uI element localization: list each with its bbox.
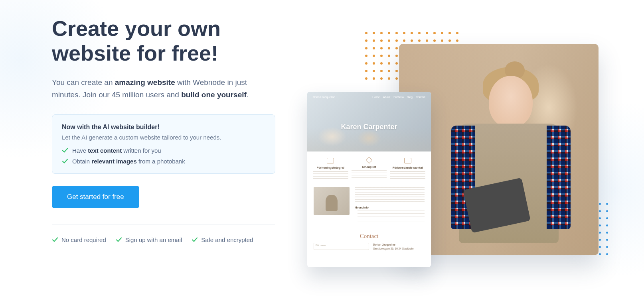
check-icon <box>116 236 122 243</box>
book-icon <box>327 158 334 163</box>
book-icon <box>404 158 411 163</box>
preview-input: Ditt namn <box>314 243 369 250</box>
preview-hero-title: Karen Carpenter <box>307 102 431 151</box>
trust-item: Safe and encrypted <box>192 236 253 243</box>
subhead-bold: amazing website <box>115 78 175 87</box>
hero-section: Create your own website for free! You ca… <box>0 0 644 263</box>
ai-callout-title: Now with the AI website builder! <box>62 124 265 131</box>
subhead-bold: build one yourself <box>181 90 247 99</box>
preview-contact-info: Dorian Jacqueline Sandtorvsgate 26, 10 2… <box>373 243 425 251</box>
ai-feature-item: Have text content written for you <box>62 147 265 154</box>
preview-contact-form: Ditt namn Dorian Jacqueline Sandtorvsgat… <box>307 243 431 256</box>
divider <box>52 224 275 224</box>
check-icon <box>192 236 198 243</box>
diamond-icon <box>366 157 373 164</box>
trust-label: No card required <box>61 236 106 243</box>
page-subheadline: You can create an amazing website with W… <box>52 77 275 101</box>
trust-item: Sign up with an email <box>116 236 182 243</box>
ai-feature-text: Have text content written for you <box>72 147 161 154</box>
ai-builder-callout: Now with the AI website builder! Let the… <box>52 114 275 174</box>
trust-badges: No card required Sign up with an email S… <box>52 236 275 243</box>
person-illustration <box>443 64 571 255</box>
preview-feature-item: Drulapket <box>350 158 389 180</box>
hero-content: Create your own website for free! You ca… <box>52 16 275 263</box>
preview-feature-item: Förhoningsfotograf <box>311 158 350 180</box>
subhead-text: . <box>247 90 249 99</box>
check-icon <box>52 236 58 243</box>
preview-body-image <box>314 187 350 215</box>
get-started-button[interactable]: Get started for free <box>52 186 139 208</box>
trust-label: Sign up with an email <box>125 236 182 243</box>
trust-item: No card required <box>52 236 106 243</box>
preview-features: Förhoningsfotograf Drulapket Förberedand… <box>307 151 431 184</box>
ai-feature-item: Obtain relevant images from a photobank <box>62 158 265 165</box>
trust-label: Safe and encrypted <box>201 236 253 243</box>
preview-nav-items: Home About Portfolio Blog Contact <box>372 96 425 98</box>
hero-visual: Dorian Jacqueline Home About Portfolio B… <box>299 16 592 263</box>
preview-feature-item: Förberedande samtal <box>388 158 427 180</box>
preview-brand: Dorian Jacqueline <box>313 96 335 98</box>
ai-feature-text: Obtain relevant images from a photobank <box>72 158 185 165</box>
check-icon <box>62 147 68 153</box>
preview-contact-heading: Contact <box>307 229 431 243</box>
check-icon <box>62 158 68 164</box>
website-template-preview: Dorian Jacqueline Home About Portfolio B… <box>307 92 431 267</box>
preview-hero: Dorian Jacqueline Home About Portfolio B… <box>307 92 431 151</box>
subhead-text: You can create an <box>52 78 115 87</box>
page-headline: Create your own website for free! <box>52 16 275 65</box>
preview-body: Grundinfo <box>307 184 431 229</box>
ai-callout-description: Let the AI generate a custom website tai… <box>62 134 265 141</box>
preview-nav: Dorian Jacqueline Home About Portfolio B… <box>307 92 431 102</box>
